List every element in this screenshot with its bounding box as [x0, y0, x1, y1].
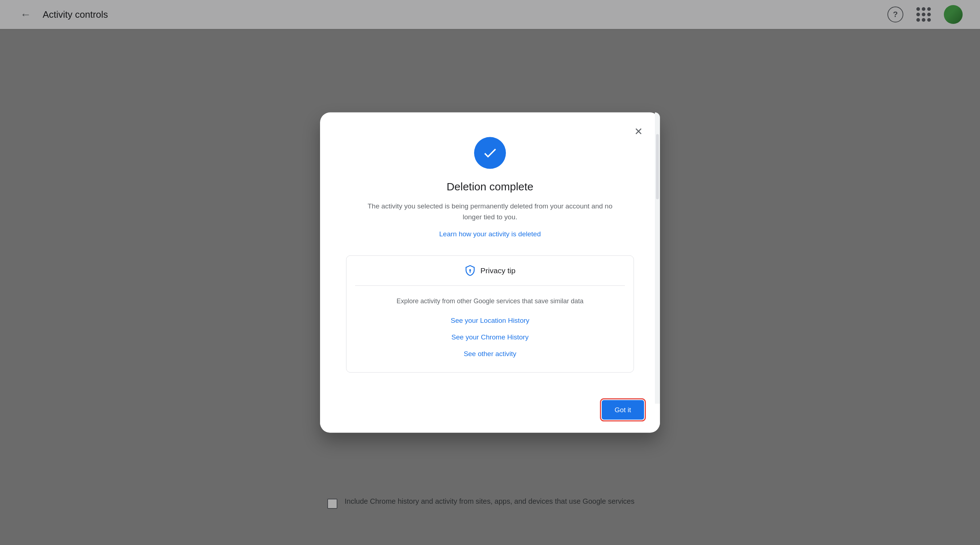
modal-dialog: ✕ Deletion complete The activity you sel… [320, 113, 660, 433]
close-button[interactable]: ✕ [630, 123, 647, 140]
modal-footer: Got it [320, 393, 660, 432]
modal-scrollbar-track [655, 113, 660, 404]
checkmark-icon [482, 145, 498, 161]
location-history-link[interactable]: See your Location History [361, 316, 619, 324]
privacy-tip-card: Privacy tip Explore activity from other … [346, 255, 634, 372]
close-icon: ✕ [634, 125, 643, 137]
check-circle [474, 137, 506, 169]
modal-description: The activity you selected is being perma… [346, 201, 634, 223]
modal-content: Deletion complete The activity you selec… [320, 113, 660, 393]
check-icon-container [346, 137, 634, 169]
privacy-tip-body: Explore activity from other Google servi… [347, 285, 633, 372]
learn-activity-link[interactable]: Learn how your activity is deleted [346, 230, 634, 238]
modal-heading: Deletion complete [346, 180, 634, 193]
shield-icon [465, 265, 476, 276]
modal-scrollbar-thumb [656, 134, 659, 199]
privacy-tip-header: Privacy tip [347, 255, 633, 285]
privacy-tip-title: Privacy tip [480, 266, 515, 275]
other-activity-link[interactable]: See other activity [361, 350, 619, 357]
got-it-button[interactable]: Got it [602, 400, 644, 419]
chrome-history-link[interactable]: See your Chrome History [361, 333, 619, 341]
privacy-tip-description: Explore activity from other Google servi… [361, 297, 619, 305]
